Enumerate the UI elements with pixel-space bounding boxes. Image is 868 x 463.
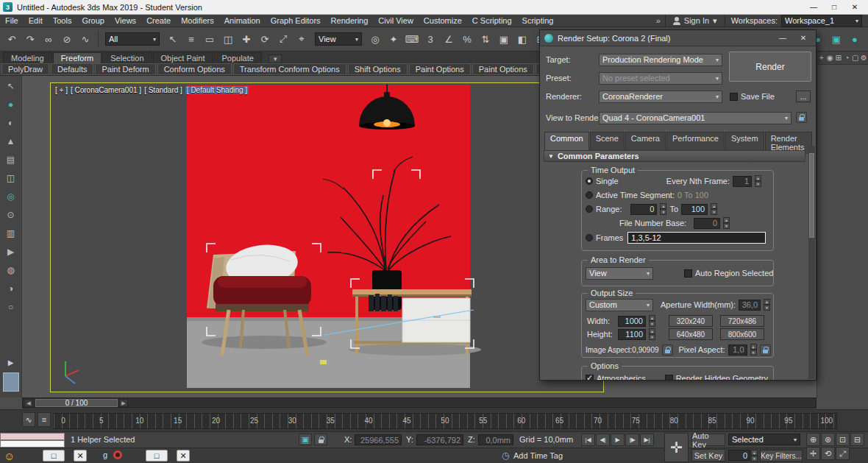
select-and-rotate-icon[interactable]: ⟳ (256, 30, 274, 48)
viewport-layout-flyout-button[interactable]: ▶ (4, 356, 18, 369)
window-maximize-button[interactable]: □ (824, 1, 844, 14)
frames-field[interactable]: 1,3,5-12 (627, 232, 766, 244)
ribbon-minimize-icon[interactable]: ▾ (268, 54, 282, 63)
viewport-camera-label[interactable]: [ CoronaCamera001 ] (71, 86, 141, 94)
width-field[interactable]: 1000 (618, 316, 646, 327)
select-and-move-icon[interactable]: ✚ (238, 30, 255, 48)
preset-640x480-button[interactable]: 640x480 (669, 328, 713, 340)
viewport-standard-label[interactable]: [ Standard ] (144, 86, 182, 94)
width-spinner[interactable]: ▲▼ (649, 315, 655, 327)
scrollbar-thumb[interactable] (809, 153, 814, 238)
zoom-region-icon[interactable]: ⊟ (850, 433, 864, 446)
snaps-toggle-icon[interactable]: 3 (421, 30, 439, 48)
taskbar-close-button[interactable]: ✕ (74, 450, 87, 462)
menu-item[interactable]: Views (110, 15, 141, 26)
pixel-aspect-lock-button[interactable] (760, 344, 771, 356)
rectangular-selection-region-icon[interactable]: ▭ (201, 30, 218, 48)
next-frame-button[interactable]: |▶ (625, 434, 639, 446)
recorder-icon[interactable] (113, 450, 122, 459)
triangle-icon[interactable]: ▲ (4, 134, 18, 149)
range-from-field[interactable]: 0 (630, 204, 657, 215)
file-number-field[interactable]: 0 (694, 218, 720, 229)
undo-icon[interactable]: ↶ (3, 30, 21, 48)
maxscript-macro-recorder-field[interactable] (0, 433, 65, 440)
hierarchy-panel-icon[interactable]: ⊞ (834, 54, 843, 62)
atmospherics-checkbox[interactable] (586, 375, 594, 381)
utilities-panel-icon[interactable]: ⚙ (860, 54, 868, 62)
render-button[interactable]: Render (729, 52, 811, 82)
unlink-selection-icon[interactable]: ⊘ (58, 30, 76, 48)
go-to-start-button[interactable]: |◀ (581, 434, 595, 446)
dialog-close-button[interactable]: ✕ (795, 32, 811, 44)
time-slider-prev-button[interactable]: ◀ (24, 399, 33, 407)
select-by-name-icon[interactable]: ≡ (182, 30, 200, 48)
window-crossing-icon[interactable]: ◫ (219, 30, 237, 48)
ring-icon[interactable]: ○ (4, 300, 18, 314)
ribbon-tab-selection[interactable]: Selection (102, 52, 152, 63)
navigation-pad-button[interactable]: ✛ (664, 433, 689, 462)
image-aspect-lock-button[interactable] (662, 344, 673, 356)
display-panel-icon[interactable]: ▢ (851, 54, 860, 62)
menu-item[interactable]: Create (141, 15, 176, 26)
menu-item[interactable]: Edit (24, 15, 48, 26)
workspace-dropdown[interactable]: Workspace_1 ▾ (781, 15, 862, 27)
viewport-menu-plus[interactable]: [ + ] (55, 86, 68, 94)
target-dropdown[interactable]: Production Rendering Mode ▾ (599, 54, 722, 66)
pan-view-icon[interactable]: ✛ (806, 447, 820, 460)
height-field[interactable]: 1100 (618, 329, 646, 340)
track-bar-filter-icon[interactable]: ≡ (38, 412, 51, 427)
dialog-scrollbar[interactable] (808, 146, 815, 379)
active-time-radio[interactable] (586, 191, 593, 199)
range-to-field[interactable]: 100 (681, 204, 708, 215)
ribbon-panel-button[interactable]: Paint Options (409, 63, 471, 75)
menu-item[interactable]: Group (77, 15, 110, 26)
range-from-spinner[interactable]: ▲▼ (660, 203, 666, 215)
use-pivot-center-icon[interactable]: ◎ (366, 30, 384, 48)
window-minimize-button[interactable]: — (803, 1, 824, 14)
menu-item[interactable]: C Scripting (467, 15, 517, 26)
angle-snap-icon[interactable]: ∠ (440, 30, 458, 48)
ribbon-tab-freeform[interactable]: Freeform (53, 52, 102, 63)
auto-key-button[interactable]: Auto Key (691, 434, 725, 446)
select-and-link-icon[interactable]: ∞ (40, 30, 57, 48)
reference-coordinate-dropdown[interactable]: View ▾ (315, 32, 362, 46)
selection-set-dropdown[interactable]: Selected ▾ (728, 434, 800, 445)
every-nth-spinner[interactable]: ▲▼ (755, 175, 761, 187)
render-hidden-checkbox[interactable] (665, 375, 673, 381)
mini-curve-editor-button[interactable]: ∿ (22, 412, 35, 427)
ribbon-panel-button[interactable]: Conform Options (157, 63, 232, 75)
taskbar-close-button-2[interactable]: ✕ (177, 450, 190, 462)
range-to-spinner[interactable]: ▲▼ (711, 203, 717, 215)
menu-item[interactable]: Animation (219, 15, 266, 26)
keyboard-override-icon[interactable]: ⌨ (403, 30, 421, 48)
preset-dropdown[interactable]: No preset selected ▾ (599, 72, 722, 85)
time-slider[interactable]: ◀ 0 / 100 ▶ (22, 397, 817, 409)
contrast-icon[interactable]: ◑ (4, 281, 18, 296)
output-size-dropdown[interactable]: Custom ▾ (586, 299, 653, 311)
file-number-spinner[interactable]: ▲▼ (723, 217, 730, 229)
percent-snap-icon[interactable]: % (458, 30, 476, 48)
preset-720x486-button[interactable]: 720x486 (720, 315, 764, 327)
add-time-tag-button[interactable]: Add Time Tag (513, 451, 563, 460)
ribbon-panel-button[interactable]: Defaults (51, 63, 93, 75)
menu-item[interactable]: Modifiers (176, 15, 219, 26)
window-close-button[interactable]: ✕ (844, 1, 865, 14)
modify-panel-icon[interactable]: ◉ (826, 54, 835, 62)
selection-filter-dropdown[interactable]: All ▾ (105, 32, 160, 46)
current-frame-field[interactable]: 0 (728, 450, 750, 461)
save-file-browse-button[interactable]: ... (796, 91, 811, 102)
preset-320x240-button[interactable]: 320x240 (669, 315, 713, 327)
save-file-checkbox[interactable] (730, 93, 738, 101)
single-radio[interactable] (586, 177, 593, 185)
set-key-button[interactable]: Set Key (691, 449, 725, 462)
dot-circle-icon[interactable]: ⊙ (4, 208, 18, 222)
auto-region-checkbox[interactable] (684, 269, 692, 278)
frames-radio[interactable] (586, 234, 593, 241)
sphere-icon[interactable]: ● (4, 97, 18, 112)
range-radio[interactable] (586, 205, 593, 213)
area-to-render-dropdown[interactable]: View ▾ (586, 267, 653, 280)
renderer-dropdown[interactable]: CoronaRenderer ▾ (599, 91, 722, 103)
maximize-viewport-toggle-icon[interactable]: ⤢ (836, 447, 850, 460)
redo-icon[interactable]: ↷ (21, 30, 39, 48)
window-icon[interactable]: ◫ (4, 171, 18, 185)
